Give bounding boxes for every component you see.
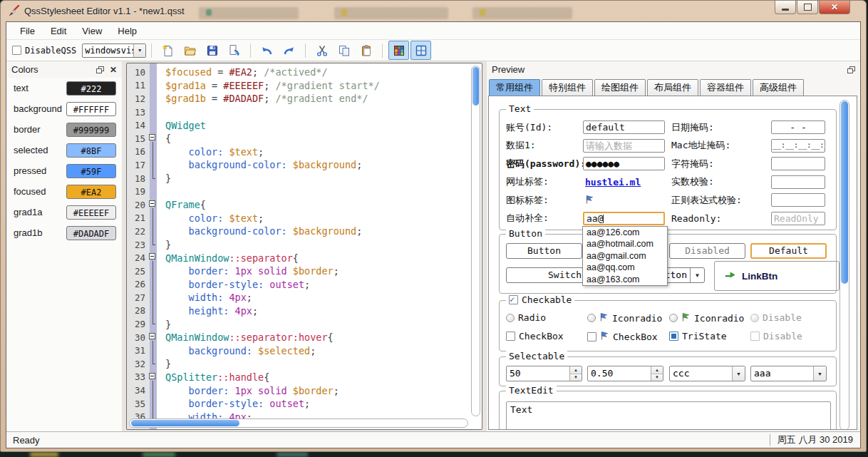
code-line[interactable]: 20QFrame{ xyxy=(127,198,482,212)
checkbox[interactable] xyxy=(587,332,596,342)
checkbox-option[interactable]: TriState xyxy=(669,331,727,342)
combobox[interactable]: ccc▼ xyxy=(669,366,745,381)
autocomplete-item[interactable]: aa@qq.com xyxy=(583,262,667,273)
cut-button[interactable] xyxy=(311,41,332,60)
fold-margin[interactable] xyxy=(150,106,157,119)
close-button[interactable]: ✕ xyxy=(819,1,850,14)
checkbox[interactable] xyxy=(669,332,678,341)
editor-vertical-scrollbar[interactable] xyxy=(471,66,480,416)
spinbox[interactable]: 0.50▲▼ xyxy=(587,366,663,381)
fold-margin[interactable] xyxy=(150,344,157,357)
spin-down-icon[interactable]: ▼ xyxy=(570,374,582,381)
code-line[interactable]: 26 border-style: outset; xyxy=(127,278,482,292)
code-line[interactable]: 24QMainWindow::separator{ xyxy=(127,251,482,265)
new-file-button[interactable] xyxy=(157,41,178,60)
spin-up-icon[interactable]: ▲ xyxy=(651,366,663,374)
code-line[interactable]: 22 background-color: $background; xyxy=(127,225,482,238)
fold-margin[interactable] xyxy=(150,145,157,159)
code-line[interactable]: 31 background: $selected; xyxy=(127,344,482,357)
fold-margin[interactable] xyxy=(150,251,157,265)
code-line[interactable]: 19 xyxy=(127,185,482,198)
code-line[interactable]: 13 xyxy=(127,106,482,119)
code-line[interactable]: 11$grad1a = #EEEEEF; /*gradient start*/ xyxy=(127,79,482,93)
scrollbar-thumb[interactable] xyxy=(472,67,479,106)
spinbox[interactable]: 50▲▼ xyxy=(506,366,582,381)
code-line[interactable]: 14QWidget xyxy=(127,118,482,132)
disable-qss-toggle[interactable]: DisableQSS xyxy=(12,46,76,56)
tab-5[interactable]: 容器组件 xyxy=(700,79,751,96)
input-field[interactable]: - - xyxy=(771,120,825,134)
color-swatch-button[interactable]: #59F xyxy=(66,164,116,178)
code-line[interactable]: 12$grad1b = #DADADF; /*gradient end*/ xyxy=(127,92,482,106)
paste-button[interactable] xyxy=(356,41,376,60)
code-line[interactable]: 27 width: 4px; xyxy=(127,291,482,304)
close-panel-icon[interactable]: ✕ xyxy=(110,65,117,75)
disable-qss-checkbox[interactable] xyxy=(12,46,21,55)
input-field[interactable]: 请输入数据 xyxy=(583,139,665,153)
preview-vertical-scrollbar[interactable] xyxy=(839,100,849,430)
scrollbar-thumb[interactable] xyxy=(131,420,239,426)
code-line[interactable]: 32} xyxy=(127,357,482,371)
tab-6[interactable]: 高级组件 xyxy=(753,79,804,96)
checkable-checkbox[interactable] xyxy=(509,295,518,304)
chevron-down-icon[interactable]: ▼ xyxy=(732,366,745,381)
radio-option[interactable]: Disable xyxy=(750,312,802,323)
input-field[interactable] xyxy=(771,175,825,189)
fold-margin[interactable] xyxy=(150,158,157,172)
code-line[interactable]: 21 color: $text; xyxy=(127,212,482,225)
code-line[interactable]: 35 border-style: outset; xyxy=(127,397,482,411)
code-line[interactable]: 16 color: $text; xyxy=(127,145,482,159)
save-as-button[interactable] xyxy=(224,41,244,60)
radio-option[interactable]: Iconradio xyxy=(669,312,744,324)
fold-margin[interactable] xyxy=(150,172,157,185)
code-line[interactable]: 10$focused = #EA2; /*actived*/ xyxy=(127,66,482,79)
spin-up-icon[interactable]: ▲ xyxy=(570,366,582,374)
radio-button[interactable] xyxy=(669,314,678,322)
input-field[interactable]: ReadOnly xyxy=(771,212,825,225)
code-line[interactable]: 33QSplitter::handle{ xyxy=(127,371,482,384)
Button-button[interactable]: Button xyxy=(506,243,582,259)
float-panel-icon[interactable] xyxy=(847,66,855,73)
tab-3[interactable]: 绘图组件 xyxy=(594,79,646,96)
editor-horizontal-scrollbar[interactable] xyxy=(129,419,468,428)
code-lines[interactable]: 10$focused = #EA2; /*actived*/11$grad1a … xyxy=(127,63,482,423)
input-field[interactable]: ●●●●●● xyxy=(583,157,665,170)
maximize-button[interactable] xyxy=(797,1,818,14)
save-button[interactable] xyxy=(202,41,222,60)
input-field[interactable] xyxy=(771,193,825,207)
menu-item-help[interactable]: Help xyxy=(110,24,145,38)
theme-select[interactable]: windowsvista ▼ xyxy=(82,43,146,58)
Disabled-button[interactable]: Disabled xyxy=(669,243,745,259)
color-swatch-button[interactable]: #8BF xyxy=(66,143,116,158)
checkbox-option[interactable]: Disable xyxy=(750,331,802,342)
input-field[interactable]: __:__:__:__:__:__ xyxy=(771,139,825,153)
checkbox-option[interactable]: CheckBox xyxy=(506,331,564,342)
minimize-button[interactable] xyxy=(775,1,796,14)
code-line[interactable]: 25 border: 1px solid $border; xyxy=(127,265,482,278)
fold-margin[interactable] xyxy=(150,397,157,411)
code-line[interactable]: 28 height: 4px; xyxy=(127,304,482,318)
combobox[interactable]: aaa▼ xyxy=(750,366,827,381)
code-line[interactable]: 30QMainWindow::separator:hover{ xyxy=(127,331,482,344)
checkbox[interactable] xyxy=(506,332,515,341)
radio-button[interactable] xyxy=(750,314,759,322)
color-swatch-button[interactable]: #FFFFFF xyxy=(66,102,116,116)
radio-option[interactable]: Radio xyxy=(506,312,546,323)
radio-button[interactable] xyxy=(587,314,596,322)
fold-collapse-icon[interactable] xyxy=(149,200,155,207)
url-link[interactable]: hustlei.ml xyxy=(583,177,641,188)
titlebar[interactable]: QssStylesheet Editor v1.1 - *new1.qsst ✕ xyxy=(1,1,866,21)
fold-margin[interactable] xyxy=(150,92,157,106)
autocomplete-item[interactable]: aa@126.com xyxy=(583,227,667,238)
code-line[interactable]: 18} xyxy=(127,172,482,185)
color-swatch-button[interactable]: #EEEEEF xyxy=(66,205,116,220)
fold-margin[interactable] xyxy=(150,304,157,318)
copy-button[interactable] xyxy=(334,41,354,60)
fold-margin[interactable] xyxy=(150,132,157,145)
fold-collapse-icon[interactable] xyxy=(149,373,155,379)
fold-margin[interactable] xyxy=(150,66,157,79)
tab-1[interactable]: 常用组件 xyxy=(489,79,540,96)
open-file-button[interactable] xyxy=(180,41,200,60)
fold-margin[interactable] xyxy=(150,185,157,198)
tab-4[interactable]: 布局组件 xyxy=(647,79,698,96)
